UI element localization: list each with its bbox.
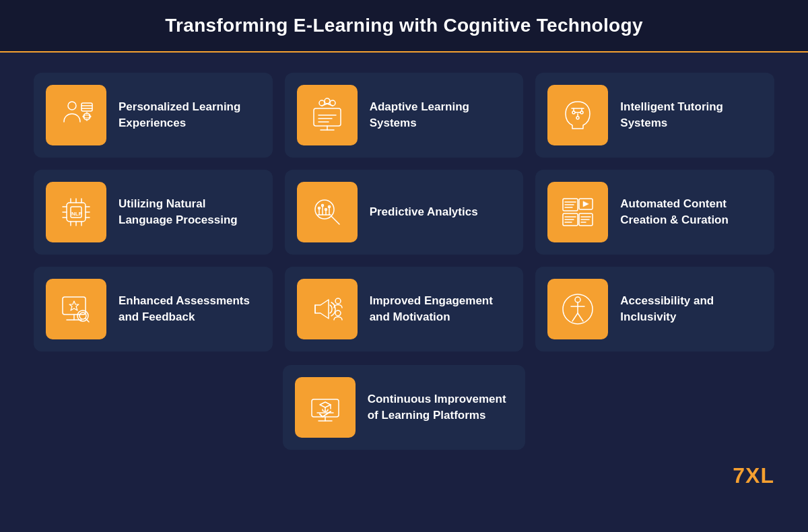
card-enhanced-assessments: Enhanced Assessments and Feedback <box>34 267 273 352</box>
card-engagement: Improved Engagement and Motivation <box>285 267 524 352</box>
personalized-learning-label: Personalized Learning Experiences <box>119 99 261 131</box>
card-predictive-analytics: Predictive Analytics <box>285 170 524 255</box>
content-icon <box>559 193 597 231</box>
automated-content-label: Automated Content Creation & Curation <box>620 196 762 228</box>
intelligent-tutoring-icon-box <box>547 85 608 145</box>
card-nlp: NLP Utilizing Natural Language Processin… <box>34 170 273 255</box>
nlp-icon-box: NLP <box>46 182 106 242</box>
brain-icon <box>559 96 597 134</box>
page-header: Transforming E-Learning with Cognitive T… <box>0 0 808 53</box>
intelligent-tutoring-label: Intelligent Tutoring Systems <box>620 99 762 131</box>
bottom-row: Continuous Improvement of Learning Platf… <box>0 365 808 463</box>
svg-marker-59 <box>583 201 588 207</box>
card-continuous-improvement: Continuous Improvement of Learning Platf… <box>283 365 526 450</box>
continuous-improvement-label: Continuous Improvement of Learning Platf… <box>368 391 514 424</box>
adaptive-icon <box>308 96 346 134</box>
engagement-label: Improved Engagement and Motivation <box>370 293 512 325</box>
svg-text:NLP: NLP <box>71 211 83 217</box>
svg-line-44 <box>331 216 339 224</box>
card-accessibility: Accessibility and Inclusivity <box>535 267 774 352</box>
enhanced-assessments-label: Enhanced Assessments and Feedback <box>119 293 261 325</box>
personalized-learning-icon-box <box>46 85 106 145</box>
svg-rect-68 <box>63 297 86 314</box>
adaptive-learning-icon-box <box>297 85 358 145</box>
cards-grid: Personalized Learning Experiences Ad <box>0 53 808 365</box>
card-adaptive-learning: Adaptive Learning Systems <box>285 73 524 158</box>
svg-line-82 <box>572 313 578 321</box>
adaptive-learning-label: Adaptive Learning Systems <box>370 99 512 131</box>
predictive-analytics-icon-box <box>297 182 358 242</box>
svg-line-83 <box>578 313 583 321</box>
nlp-label: Utilizing Natural Language Processing <box>119 196 261 228</box>
footer-brand: 7XL <box>0 463 808 502</box>
svg-marker-71 <box>69 301 79 310</box>
svg-point-0 <box>68 102 76 110</box>
accessibility-icon <box>559 290 597 328</box>
engagement-icon-box <box>297 279 358 339</box>
svg-point-79 <box>575 297 580 302</box>
brand-text: 7XL <box>733 463 774 488</box>
accessibility-label: Accessibility and Inclusivity <box>620 293 762 325</box>
card-personalized-learning: Personalized Learning Experiences <box>34 73 273 158</box>
svg-rect-9 <box>314 108 341 126</box>
card-automated-content: Automated Content Creation & Curation <box>535 170 774 255</box>
assessment-icon <box>57 290 95 328</box>
engagement-icon <box>308 290 346 328</box>
person-learning-icon <box>57 96 95 134</box>
svg-point-13 <box>325 98 330 104</box>
brand-number: 7 <box>733 463 745 488</box>
card-intelligent-tutoring: Intelligent Tutoring Systems <box>535 73 774 158</box>
brand-xl: XL <box>745 463 774 488</box>
svg-marker-87 <box>320 402 331 407</box>
nlp-icon: NLP <box>57 193 95 231</box>
page-title: Transforming E-Learning with Cognitive T… <box>0 15 808 36</box>
automated-content-icon-box <box>547 182 608 242</box>
predictive-analytics-label: Predictive Analytics <box>370 204 478 220</box>
accessibility-icon-box <box>547 279 608 339</box>
analytics-icon <box>308 193 346 231</box>
continuous-improvement-icon-box <box>295 377 356 438</box>
improvement-icon <box>306 389 344 426</box>
svg-rect-1 <box>81 103 92 111</box>
svg-point-76 <box>335 298 341 304</box>
svg-point-77 <box>335 310 341 316</box>
enhanced-assessments-icon-box <box>46 279 106 339</box>
